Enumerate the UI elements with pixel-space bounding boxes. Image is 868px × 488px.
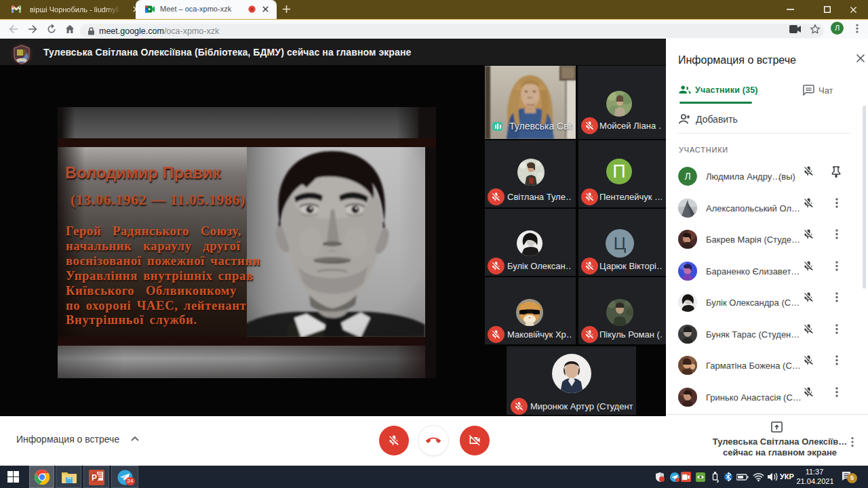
svg-text:P: P bbox=[92, 473, 97, 483]
